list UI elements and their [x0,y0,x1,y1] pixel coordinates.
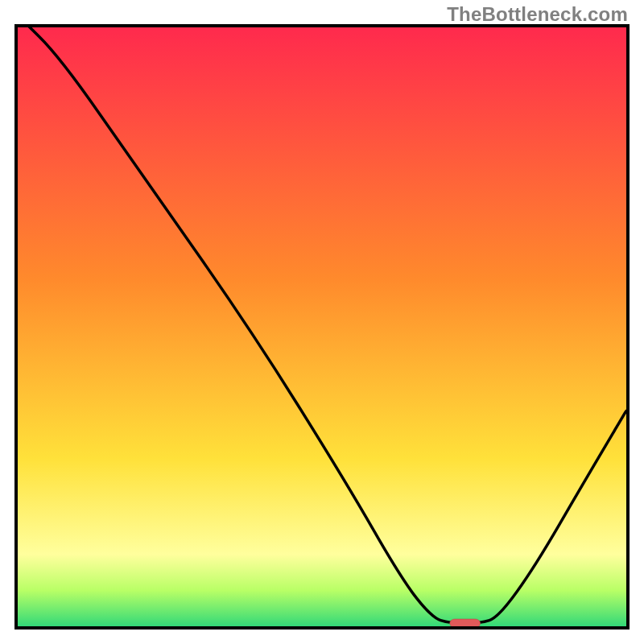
optimum-marker [450,619,481,626]
watermark-text: TheBottleneck.com [447,3,628,26]
plot-svg [18,27,626,626]
chart-frame: TheBottleneck.com [0,0,644,644]
gradient-background [18,27,626,626]
plot-border [14,24,630,630]
